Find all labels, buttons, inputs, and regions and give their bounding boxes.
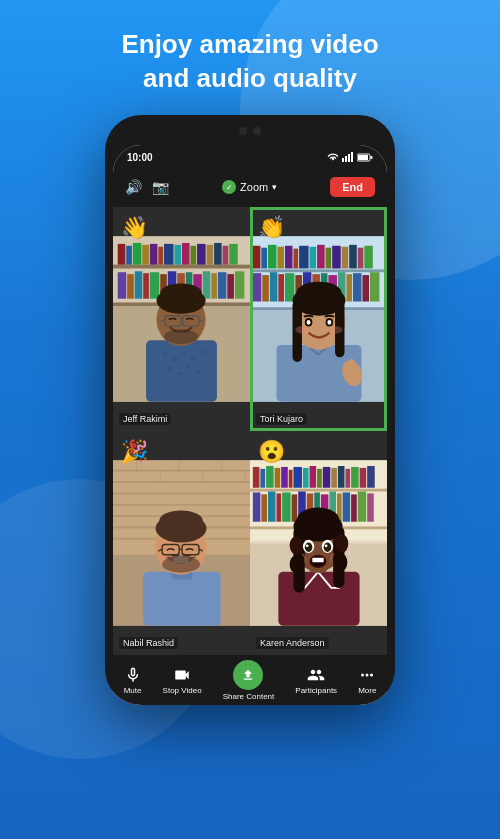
svg-rect-154 <box>317 469 322 488</box>
svg-rect-11 <box>118 244 126 265</box>
status-bar: 10:00 <box>113 145 387 167</box>
svg-rect-17 <box>164 244 173 265</box>
mute-label: Mute <box>124 686 142 695</box>
svg-point-51 <box>196 370 200 374</box>
svg-rect-175 <box>351 494 357 521</box>
stop-video-button[interactable]: Stop Video <box>163 666 202 695</box>
svg-rect-75 <box>326 248 332 269</box>
zoom-check-icon: ✓ <box>222 180 236 194</box>
signal-icon <box>342 152 354 162</box>
svg-point-44 <box>173 357 177 361</box>
participants-icon <box>307 666 325 684</box>
svg-point-108 <box>295 326 308 334</box>
svg-rect-114 <box>113 470 250 472</box>
end-call-button[interactable]: End <box>330 177 375 197</box>
svg-point-109 <box>329 326 342 334</box>
svg-rect-143 <box>250 489 387 492</box>
share-icon-bg <box>233 660 263 690</box>
tori-emoji: 👏 <box>258 215 285 241</box>
participant-cell-jeff: 👋 Jeff Rakimi <box>113 207 250 431</box>
more-icon <box>358 666 376 684</box>
svg-rect-92 <box>346 274 352 301</box>
svg-rect-67 <box>261 248 267 269</box>
share-content-button[interactable]: Share Content <box>223 660 275 701</box>
svg-rect-79 <box>358 248 364 269</box>
svg-point-201 <box>370 673 373 676</box>
svg-rect-150 <box>289 470 293 488</box>
phone-mockup: 10:00 <box>105 115 395 705</box>
svg-point-49 <box>177 371 181 375</box>
video-grid: 👋 Jeff Rakimi <box>113 207 387 655</box>
svg-point-50 <box>187 365 191 369</box>
svg-point-199 <box>361 673 364 676</box>
svg-rect-162 <box>253 492 261 521</box>
svg-rect-71 <box>293 249 298 269</box>
svg-rect-159 <box>351 467 359 488</box>
wifi-icon <box>327 152 339 162</box>
svg-rect-145 <box>253 467 260 488</box>
svg-point-43 <box>163 353 167 357</box>
svg-rect-166 <box>282 492 291 521</box>
mute-button[interactable]: Mute <box>124 666 142 695</box>
stop-video-icon <box>173 666 191 684</box>
svg-rect-40 <box>235 271 244 298</box>
svg-rect-27 <box>127 274 134 299</box>
svg-rect-161 <box>367 466 375 488</box>
svg-point-55 <box>160 284 202 303</box>
svg-rect-6 <box>371 156 373 159</box>
svg-rect-21 <box>197 244 206 265</box>
nabil-label: Nabil Rashid <box>119 637 178 649</box>
stop-video-label: Stop Video <box>163 686 202 695</box>
svg-rect-80 <box>364 246 373 269</box>
speaker-icon[interactable]: 🔊 <box>125 179 142 195</box>
svg-rect-153 <box>310 466 317 488</box>
participants-label: Participants <box>295 686 337 695</box>
svg-rect-28 <box>135 271 143 298</box>
tori-label: Tori Kujaro <box>256 413 307 425</box>
svg-rect-26 <box>118 272 127 298</box>
svg-rect-20 <box>190 246 196 265</box>
svg-rect-68 <box>268 245 277 269</box>
phone-screen: 10:00 <box>113 145 387 705</box>
svg-rect-117 <box>113 504 250 506</box>
svg-rect-24 <box>223 246 229 265</box>
svg-rect-81 <box>253 273 262 301</box>
svg-rect-116 <box>113 492 250 494</box>
svg-rect-93 <box>353 273 362 301</box>
svg-point-106 <box>307 320 311 325</box>
camera-dot-1 <box>239 127 247 135</box>
svg-rect-156 <box>331 468 337 488</box>
svg-rect-85 <box>285 273 294 301</box>
svg-rect-151 <box>293 467 302 488</box>
zoom-chevron-icon: ▾ <box>272 182 277 192</box>
svg-rect-3 <box>351 152 353 162</box>
svg-point-193 <box>324 543 332 552</box>
svg-rect-16 <box>158 247 163 265</box>
svg-rect-176 <box>358 492 367 522</box>
svg-rect-84 <box>278 274 284 301</box>
participant-cell-tori: 👏 Tori Kujaro <box>250 207 387 431</box>
more-button[interactable]: More <box>358 666 376 695</box>
jeff-emoji: 👋 <box>121 215 148 241</box>
status-time: 10:00 <box>127 152 153 163</box>
svg-rect-37 <box>211 273 217 299</box>
share-content-icon <box>241 668 255 682</box>
svg-point-186 <box>290 536 303 555</box>
camera-icon[interactable]: 📷 <box>152 179 169 195</box>
svg-rect-69 <box>277 247 284 269</box>
svg-rect-1 <box>345 156 347 162</box>
bottom-toolbar: Mute Stop Video Share Content <box>113 655 387 705</box>
svg-rect-157 <box>338 466 345 488</box>
svg-point-195 <box>325 544 328 547</box>
mute-icon <box>124 666 142 684</box>
karen-emoji: 😮 <box>258 439 285 465</box>
svg-point-48 <box>168 367 172 371</box>
svg-rect-36 <box>203 271 211 298</box>
svg-rect-38 <box>218 272 227 298</box>
more-label: More <box>358 686 376 695</box>
nabil-emoji: 🎉 <box>121 439 148 465</box>
svg-rect-2 <box>348 154 350 162</box>
participants-button[interactable]: Participants <box>295 666 337 695</box>
svg-rect-18 <box>174 245 181 265</box>
svg-point-46 <box>191 355 195 359</box>
